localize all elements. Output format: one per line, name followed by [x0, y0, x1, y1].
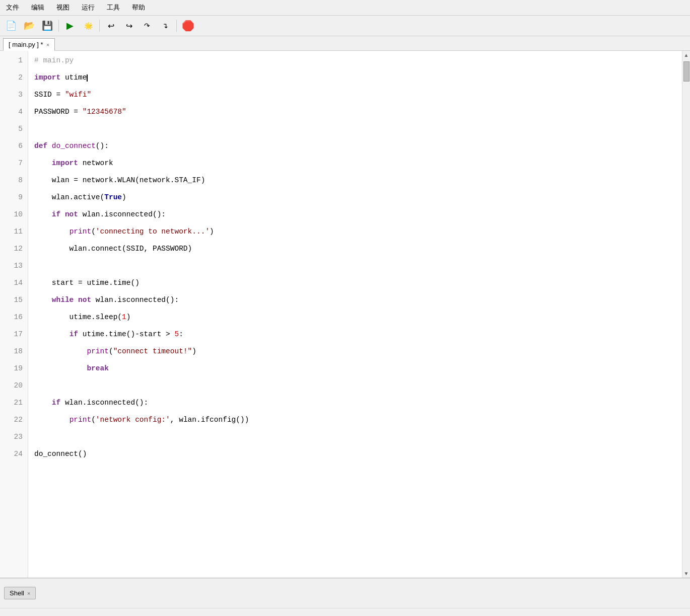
line-number-1: 1 [0, 52, 23, 69]
text-cursor [87, 74, 88, 82]
line-number-19: 19 [0, 360, 23, 377]
code-line-22: print('network config:', wlan.ifconfig()… [34, 411, 682, 428]
code-line-2: import utime [34, 69, 682, 86]
line-number-4: 4 [0, 103, 23, 120]
code-line-8: wlan = network.WLAN(network.STA_IF) [34, 172, 682, 189]
code-line-14: start = utime.time() [34, 274, 682, 291]
tab-label: [ main.py ] * [9, 41, 43, 48]
code-line-6: def do_connect(): [34, 137, 682, 155]
code-line-23 [34, 428, 682, 445]
scroll-up-arrow[interactable]: ▲ [682, 51, 690, 59]
scroll-down-arrow[interactable]: ▼ [682, 569, 690, 578]
code-line-20 [34, 377, 682, 394]
line-number-23: 23 [0, 428, 23, 445]
code-line-10: if not wlan.isconnected(): [34, 206, 682, 223]
code-line-16: utime.sleep(1) [34, 309, 682, 326]
step-into-button[interactable]: ↴ [157, 18, 173, 34]
line-number-2: 2 [0, 69, 23, 86]
line-number-24: 24 [0, 445, 23, 463]
code-line-4: PASSWORD = "12345678" [34, 103, 682, 120]
menu-help[interactable]: 帮助 [130, 2, 147, 13]
menu-view[interactable]: 视图 [54, 2, 72, 13]
toolbar: 📄 📂 💾 ▶ 🌟 ↩ ↪ ↷ ↴ 🛑 [0, 16, 690, 36]
save-file-button[interactable]: 💾 [39, 18, 55, 34]
line-number-9: 9 [0, 189, 23, 206]
scrollbar-thumb[interactable] [683, 61, 689, 82]
line-number-6: 6 [0, 137, 23, 155]
code-line-9: wlan.active(True) [34, 189, 682, 206]
code-line-3: SSID = "wifi" [34, 86, 682, 103]
tab-bar: [ main.py ] * × [0, 36, 690, 51]
line-number-12: 12 [0, 240, 23, 257]
line-number-10: 10 [0, 206, 23, 223]
shell-tab[interactable]: Shell × [4, 587, 36, 599]
line-number-22: 22 [0, 411, 23, 428]
shell-bar: Shell × [0, 578, 690, 608]
tab-main-py[interactable]: [ main.py ] * × [3, 38, 55, 51]
line-number-21: 21 [0, 394, 23, 411]
code-line-5 [34, 120, 682, 137]
debug-button[interactable]: 🌟 [80, 18, 96, 34]
code-line-19: break [34, 360, 682, 377]
code-line-15: while not wlan.isconnected(): [34, 291, 682, 309]
code-area[interactable]: 123456789101112131415161718192021222324 … [0, 51, 682, 578]
undo-button[interactable]: ↩ [103, 18, 119, 34]
redo1-button[interactable]: ↪ [121, 18, 137, 34]
menu-tools[interactable]: 工具 [105, 2, 122, 13]
stop-button[interactable]: 🛑 [180, 18, 196, 34]
step-over-button[interactable]: ↷ [139, 18, 155, 34]
code-line-24: do_connect() [34, 445, 682, 463]
tab-close-button[interactable]: × [46, 42, 49, 48]
open-file-button[interactable]: 📂 [21, 18, 37, 34]
toolbar-separator-2 [99, 20, 100, 32]
menu-bar: 文件 编辑 视图 运行 工具 帮助 [0, 0, 690, 16]
toolbar-separator-3 [176, 20, 177, 32]
bottom-scrollbar[interactable] [0, 608, 690, 616]
menu-run[interactable]: 运行 [80, 2, 97, 13]
line-number-16: 16 [0, 309, 23, 326]
code-line-18: print("connect timeout!") [34, 343, 682, 360]
menu-file[interactable]: 文件 [4, 2, 21, 13]
code-line-13 [34, 257, 682, 274]
line-number-8: 8 [0, 172, 23, 189]
code-line-11: print('connecting to network...') [34, 223, 682, 240]
code-line-7: import network [34, 155, 682, 172]
line-number-13: 13 [0, 257, 23, 274]
shell-tab-close[interactable]: × [27, 590, 30, 596]
code-line-12: wlan.connect(SSID, PASSWORD) [34, 240, 682, 257]
shell-tab-label: Shell [10, 589, 24, 597]
line-number-14: 14 [0, 274, 23, 291]
line-number-3: 3 [0, 86, 23, 103]
run-button[interactable]: ▶ [62, 18, 78, 34]
code-line-21: if wlan.isconnected(): [34, 394, 682, 411]
line-number-5: 5 [0, 120, 23, 137]
line-number-20: 20 [0, 377, 23, 394]
new-file-button[interactable]: 📄 [3, 18, 19, 34]
editor-container: 123456789101112131415161718192021222324 … [0, 51, 690, 578]
toolbar-separator-1 [58, 20, 59, 32]
line-number-11: 11 [0, 223, 23, 240]
line-numbers: 123456789101112131415161718192021222324 [0, 51, 28, 578]
scrollbar-track[interactable] [682, 59, 690, 569]
line-number-15: 15 [0, 291, 23, 309]
line-number-7: 7 [0, 155, 23, 172]
menu-edit[interactable]: 编辑 [29, 2, 46, 13]
scrollbar-right[interactable]: ▲ ▼ [682, 51, 690, 578]
code-line-1: # main.py [34, 52, 682, 69]
line-number-18: 18 [0, 343, 23, 360]
line-number-17: 17 [0, 326, 23, 343]
code-line-17: if utime.time()-start > 5: [34, 326, 682, 343]
code-content[interactable]: # main.pyimport utimeSSID = "wifi"PASSWO… [28, 51, 682, 578]
